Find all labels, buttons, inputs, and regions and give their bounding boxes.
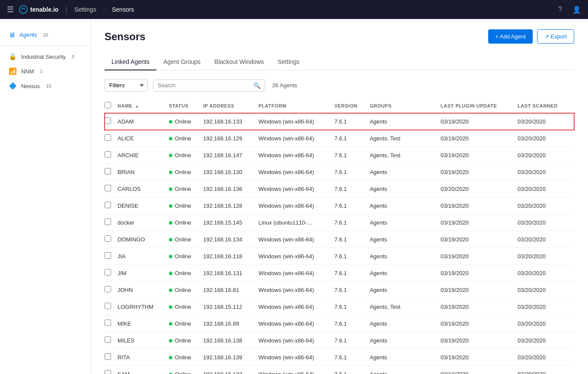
status-dot-15 [169,373,172,374]
cell-groups-6: Agents [370,214,441,231]
cell-groups-15: Agents [370,366,441,374]
row-checkbox-15[interactable] [105,370,111,374]
cell-ip-13: 192.168.16.138 [203,332,258,349]
cell-last-scanned-9: 03/20/2020 [518,265,574,282]
table-row: DENISEOnline192.168.16.128Windows (win-x… [105,197,574,214]
cell-name-2: ARCHIE [118,147,169,164]
table-row: MILESOnline192.168.16.138Windows (win-x8… [105,332,574,349]
col-header-last_plugin_update: LAST PLUGIN UPDATE [441,98,518,113]
status-dot-8 [169,255,172,258]
cell-groups-3: Agents [370,164,441,181]
col-header-status: STATUS [169,98,203,113]
row-checkbox-0[interactable] [105,117,111,124]
col-header-last_scanned: LAST SCANNED [518,98,574,113]
row-checkbox-7[interactable] [105,235,111,242]
add-agent-button[interactable]: + Add Agent [488,29,532,44]
cell-ip-11: 192.168.15.112 [203,298,258,315]
status-label-13: Online [175,337,191,344]
cell-last-plugin-11: 03/19/2020 [441,298,518,315]
cell-last-plugin-1: 03/19/2020 [441,130,518,147]
cell-last-scanned-14: 03/20/2020 [518,349,574,366]
sidebar-badge-nessus: 15 [46,83,51,89]
select-all-checkbox[interactable] [105,102,111,108]
count-label: 26 Agents [272,82,297,89]
user-icon[interactable]: 👤 [572,6,581,14]
status-label-10: Online [175,287,191,293]
filters-select[interactable]: Filters [105,79,148,92]
row-checkbox-10[interactable] [105,286,111,292]
cell-version-10: 7.6.1 [334,282,370,298]
cell-ip-4: 192.168.16.136 [203,181,258,197]
cell-name-11: LOGRHYTHM [118,298,169,315]
col-header-name[interactable]: NAME ▲ [118,98,169,113]
cell-last-scanned-15: 03/20/2020 [518,366,574,374]
cell-name-15: SAM [118,366,169,374]
cell-version-2: 7.6.1 [334,147,370,164]
export-button[interactable]: ↗ Export [537,29,574,44]
search-input[interactable] [158,82,253,89]
tab-linked-agents[interactable]: Linked Agents [105,54,156,70]
cell-platform-1: Windows (win-x86-64) [258,130,334,147]
cell-last-scanned-1: 03/20/2020 [518,130,574,147]
row-checkbox-1[interactable] [105,134,111,141]
status-dot-10 [169,288,172,292]
cell-platform-4: Windows (win-x86-64) [258,181,334,197]
row-checkbox-3[interactable] [105,168,111,174]
cell-version-12: 7.6.1 [334,315,370,332]
cell-platform-7: Windows (win-x86-64) [258,231,334,248]
tab-blackout-windows[interactable]: Blackout Windows [207,54,270,70]
status-dot-9 [169,272,172,275]
sidebar-item-nnm[interactable]: 📶 NNM 1 [0,64,90,79]
tab-settings[interactable]: Settings [271,54,307,70]
cell-status-15: Online [169,366,203,374]
cell-last-scanned-5: 03/20/2020 [518,197,574,214]
cell-platform-6: Linux (ubuntu1110-… [258,214,334,231]
cell-last-plugin-14: 03/19/2020 [441,349,518,366]
cell-groups-8: Agents [370,248,441,265]
nav-settings-link[interactable]: Settings [74,6,96,13]
cell-name-7: DOMINGO [118,231,169,248]
cell-groups-0: Agents [370,113,441,130]
cell-version-6: 7.6.1 [334,214,370,231]
row-checkbox-13[interactable] [105,336,111,343]
cell-last-plugin-7: 03/19/2020 [441,231,518,248]
table-row: LOGRHYTHMOnline192.168.15.112Windows (wi… [105,298,574,315]
search-icon: 🔍 [253,82,261,89]
menu-icon[interactable]: ☰ [7,5,14,14]
sidebar-item-agents[interactable]: 🖥 Agents 26 [0,28,90,42]
sidebar-badge-industrial-security: 0 [72,54,74,59]
row-checkbox-4[interactable] [105,185,111,191]
row-checkbox-5[interactable] [105,202,111,208]
tab-agent-groups[interactable]: Agent Groups [156,54,207,70]
cell-last-scanned-13: 03/20/2020 [518,332,574,349]
row-checkbox-12[interactable] [105,320,111,326]
logo-text: tenable.io [30,6,58,13]
cell-last-plugin-6: 03/19/2020 [441,214,518,231]
cell-status-10: Online [169,282,203,298]
status-dot-12 [169,322,172,326]
status-label-6: Online [175,219,191,226]
row-checkbox-14[interactable] [105,353,111,360]
table-header: NAME ▲STATUSIP ADDRESSPLATFORMVERSIONGRO… [105,98,574,113]
table-row: MIKEOnline192.168.16.89Windows (win-x86-… [105,315,574,332]
row-checkbox-9[interactable] [105,269,111,276]
cell-platform-11: Windows (win-x86-64) [258,298,334,315]
cell-ip-3: 192.168.16.130 [203,164,258,181]
row-checkbox-6[interactable] [105,219,111,225]
cell-version-9: 7.6.1 [334,265,370,282]
sidebar-item-nessus[interactable]: 🔷 Nessus 15 [0,79,90,93]
sidebar-item-industrial-security[interactable]: 🔒 Industrial Security 0 [0,49,90,64]
row-checkbox-11[interactable] [105,303,111,309]
nav-separator: | [65,5,67,14]
row-checkbox-8[interactable] [105,252,111,259]
status-dot-3 [169,171,172,174]
cell-platform-5: Windows (win-x86-64) [258,197,334,214]
sidebar-label-industrial-security: Industrial Security [21,54,66,60]
row-checkbox-2[interactable] [105,151,111,158]
cell-status-1: Online [169,130,203,147]
help-icon[interactable]: ? [558,6,562,13]
cell-platform-15: Windows (win-x86-64) [258,366,334,374]
cell-platform-8: Windows (win-x86-64) [258,248,334,265]
cell-platform-0: Windows (win-x86-64) [258,113,334,130]
nav-sensors-label: Sensors [112,6,134,13]
